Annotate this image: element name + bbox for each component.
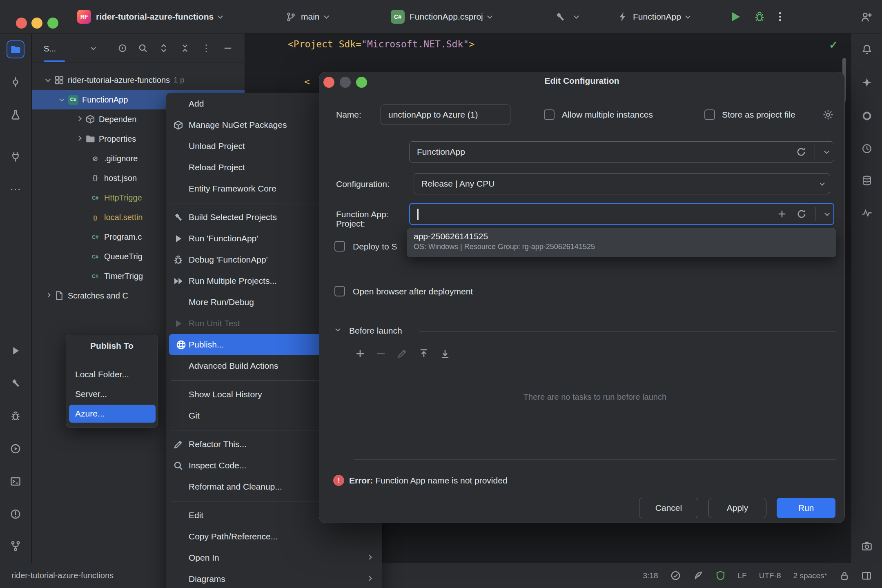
caret-position[interactable]: 3:18 — [643, 571, 658, 580]
indent-style[interactable]: 2 spaces* — [793, 571, 827, 580]
history-tool-icon[interactable] — [858, 140, 876, 158]
version-control-tool-icon[interactable] — [7, 537, 24, 555]
collapse-all-icon[interactable] — [180, 43, 190, 53]
project-name: rider-tutorial-azure-functions — [96, 12, 214, 22]
cancel-button[interactable]: Cancel — [639, 498, 698, 518]
open-browser-label: Open browser after deployment — [353, 287, 473, 296]
check-circle-icon[interactable] — [670, 570, 681, 581]
panel-options-kebab[interactable]: ⋮ — [201, 43, 212, 53]
debug-button[interactable] — [754, 11, 765, 22]
open-browser-checkbox[interactable] — [334, 286, 345, 296]
submenu-item-server[interactable]: Server... — [66, 384, 158, 404]
csharp-project-icon: C# — [391, 10, 405, 24]
terminal-tool-icon[interactable] — [7, 472, 24, 490]
zoom-window-button[interactable] — [47, 18, 58, 29]
project-combobox[interactable]: FunctionApp — [409, 141, 834, 163]
run-button[interactable]: Run — [777, 498, 835, 518]
collapse-section-icon[interactable] — [335, 326, 341, 332]
run-config-icon — [617, 11, 628, 22]
submenu-arrow-icon — [367, 555, 372, 560]
submenu-item-azure[interactable]: Azure... — [69, 405, 156, 423]
submenu-item-local-folder[interactable]: Local Folder... — [66, 365, 158, 384]
function-app-input[interactable] — [409, 203, 834, 225]
csharp-file-icon: C# — [90, 234, 100, 240]
expand-all-icon[interactable] — [158, 43, 169, 53]
debug-tool-icon[interactable] — [7, 407, 24, 425]
chevron-down-icon[interactable] — [821, 147, 832, 157]
close-window-button[interactable] — [16, 18, 27, 29]
more-actions-kebab[interactable] — [779, 12, 781, 21]
hide-panel-icon[interactable] — [223, 43, 233, 53]
branch-widget[interactable]: main — [286, 0, 328, 33]
function-app-label: Function App: — [336, 209, 388, 219]
add-icon[interactable] — [777, 209, 787, 219]
build-hammer-icon — [555, 11, 566, 22]
file-encoding[interactable]: UTF-8 — [759, 571, 781, 580]
profiler-tool-icon[interactable] — [858, 204, 876, 222]
nuget-tool-icon[interactable] — [7, 148, 24, 166]
ai-assistant-icon[interactable] — [858, 74, 876, 91]
project-count: 1 p — [174, 76, 184, 85]
apply-button[interactable]: Apply — [708, 498, 766, 518]
store-as-project-checkbox[interactable] — [704, 109, 715, 120]
chevron-down-icon — [324, 13, 329, 19]
inspections-ok-icon[interactable]: ✓ — [829, 39, 838, 51]
refresh-icon[interactable] — [796, 147, 806, 157]
build-tool-icon[interactable] — [7, 374, 24, 392]
run-tool-icon[interactable] — [7, 342, 24, 360]
run-config-selector[interactable]: FunctionApp — [617, 0, 690, 33]
database-tool-icon[interactable] — [858, 172, 876, 189]
xml-close: > — [469, 39, 474, 49]
project-widget[interactable]: RF rider-tutorial-azure-functions — [77, 0, 222, 33]
move-up-icon — [419, 348, 429, 359]
chevron-down-icon[interactable] — [817, 178, 827, 189]
minimize-window-button[interactable] — [31, 18, 42, 29]
file-selector[interactable]: C# FunctionApp.csproj — [391, 0, 492, 33]
active-tab-underline — [44, 60, 65, 62]
notifications-icon[interactable] — [858, 40, 876, 58]
locate-file-icon[interactable] — [117, 43, 128, 53]
build-widget[interactable] — [555, 0, 578, 33]
monitor-tool-icon[interactable] — [858, 107, 876, 125]
shield-icon[interactable] — [715, 570, 726, 581]
deploy-label: Deploy to S — [353, 242, 397, 252]
configuration-combobox[interactable]: Release | Any CPU — [414, 173, 830, 194]
allow-multiple-checkbox[interactable] — [544, 109, 555, 120]
unit-tests-tool-icon[interactable] — [7, 106, 24, 124]
line-separator[interactable]: LF — [738, 571, 747, 580]
menu-item-open-in[interactable]: Open In — [166, 547, 382, 568]
run-button[interactable] — [732, 12, 740, 21]
inspection-profile-icon[interactable] — [693, 570, 703, 581]
active-file-name: FunctionApp.csproj — [410, 12, 483, 22]
problems-tool-icon[interactable] — [7, 505, 24, 523]
add-task-icon[interactable] — [355, 348, 365, 359]
commit-tool-icon[interactable] — [7, 73, 24, 91]
refresh-icon[interactable] — [796, 209, 807, 219]
tree-item-solution-root[interactable]: rider-tutorial-azure-functions 1 p — [32, 70, 245, 90]
csharp-file-icon: C# — [90, 273, 100, 279]
suggestion-item[interactable]: app-250626141525 — [414, 232, 836, 241]
refactor-icon — [173, 439, 183, 450]
more-tools-icon[interactable]: ⋯ — [7, 180, 24, 198]
lock-icon[interactable] — [840, 571, 849, 581]
name-input[interactable]: unctionApp to Azure (1) — [381, 105, 510, 125]
solution-tool-icon[interactable] — [7, 40, 24, 58]
panel-layout-icon[interactable] — [862, 571, 871, 581]
search-icon[interactable] — [138, 43, 148, 53]
services-tool-icon[interactable] — [7, 440, 24, 458]
csharp-project-icon: C# — [68, 95, 78, 105]
name-label: Name: — [336, 110, 361, 120]
remove-task-icon — [376, 348, 386, 359]
code-with-me-icon[interactable] — [861, 11, 872, 23]
screenshot-tool-icon[interactable] — [858, 537, 876, 555]
gear-icon[interactable] — [822, 109, 834, 120]
menu-item-copy-path[interactable]: Copy Path/Reference... — [166, 526, 382, 547]
menu-item-diagrams[interactable]: Diagrams — [166, 568, 382, 588]
code-line: <Project Sdk="Microsoft.NET.Sdk"> — [288, 39, 474, 49]
allow-multiple-label: Allow multiple instances — [562, 110, 653, 120]
panel-tab-solution[interactable]: S... — [44, 44, 56, 53]
chevron-down-icon[interactable] — [91, 45, 96, 50]
chevron-down-icon[interactable] — [822, 209, 832, 219]
deploy-checkbox[interactable] — [334, 241, 345, 252]
publish-to-submenu: Publish To Local Folder... Server... Azu… — [66, 335, 158, 428]
